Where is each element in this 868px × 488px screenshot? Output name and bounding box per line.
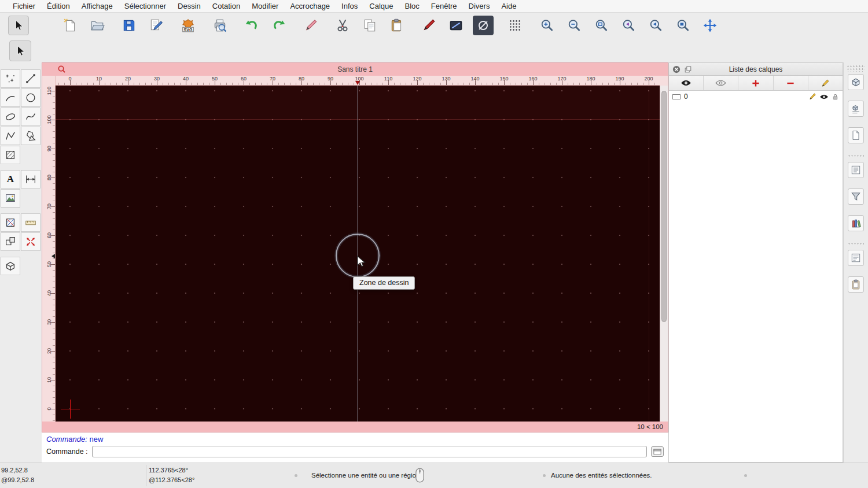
menu-item[interactable]: Édition <box>41 2 76 10</box>
scrollbar-thumb[interactable] <box>661 91 667 322</box>
zoom-redraw-button[interactable] <box>645 16 666 35</box>
menu-item[interactable]: Dessin <box>172 2 207 10</box>
dock-entity-filter-button[interactable] <box>848 188 864 205</box>
dimension-tool[interactable] <box>21 170 41 188</box>
menu-item[interactable]: Affichage <box>76 2 119 10</box>
menu-item[interactable]: Divers <box>463 2 496 10</box>
box-3d-tool[interactable] <box>1 257 20 275</box>
vertical-scrollbar[interactable] <box>660 86 668 422</box>
hatch-color-tool[interactable] <box>1 213 20 232</box>
layer-visibility-eye-icon[interactable] <box>819 94 829 100</box>
dock-command-line-button[interactable] <box>848 250 864 266</box>
menu-item[interactable]: Fichier <box>7 2 41 10</box>
zoom-out-button[interactable] <box>564 16 584 35</box>
points-tool[interactable] <box>1 69 20 88</box>
select-tool-button[interactable] <box>8 16 29 35</box>
menu-item[interactable]: Bloc <box>399 2 425 10</box>
ruler-label: 180 <box>576 76 605 82</box>
order-tool[interactable] <box>1 232 20 251</box>
menu-item[interactable]: Sélectionner <box>119 2 172 10</box>
arc-tool[interactable] <box>1 88 20 107</box>
remove-layer-button[interactable] <box>774 76 808 90</box>
image-tool[interactable] <box>1 189 20 208</box>
show-all-layers-button[interactable] <box>669 76 704 90</box>
hatch-tool[interactable] <box>1 146 20 164</box>
ruler-corner <box>660 76 668 86</box>
save-as-icon <box>149 18 164 33</box>
new-document-button[interactable] <box>60 16 80 35</box>
menu-item[interactable]: Modifier <box>246 2 284 10</box>
dock-page-button[interactable] <box>848 127 864 143</box>
print-preview-button[interactable] <box>209 16 230 35</box>
paste-button[interactable] <box>387 16 407 35</box>
layer-row[interactable]: 0 <box>669 91 843 102</box>
line-tool[interactable] <box>21 69 41 88</box>
text-tool[interactable]: A <box>1 170 20 188</box>
command-input[interactable] <box>92 446 647 457</box>
circle-tool[interactable] <box>21 88 41 107</box>
drawing-canvas[interactable]: Zone de dessin <box>56 86 660 422</box>
command-dock-button[interactable] <box>651 446 664 457</box>
edit-layer-button[interactable] <box>808 76 843 90</box>
palette-select-button[interactable] <box>9 40 31 61</box>
horizontal-ruler: 0102030405060708090100110120130140150160… <box>56 76 660 86</box>
svg-export-button[interactable]: SVG <box>178 16 198 35</box>
open-file-button[interactable] <box>87 16 108 35</box>
copy-button[interactable] <box>359 16 380 35</box>
ruler-tool[interactable] <box>21 213 41 232</box>
spline-tool[interactable] <box>21 108 41 126</box>
funnel-icon <box>850 191 862 202</box>
undo-button[interactable] <box>241 16 262 35</box>
grid-toggle-button[interactable] <box>505 16 525 35</box>
cut-button[interactable] <box>332 16 353 35</box>
menu-item[interactable]: Cotation <box>207 2 246 10</box>
dock-library-button[interactable] <box>848 74 864 90</box>
close-panel-button[interactable] <box>672 65 681 73</box>
dock-bookshelf-button[interactable] <box>848 215 864 231</box>
explode-tool[interactable] <box>21 232 41 251</box>
dock-handle[interactable] <box>847 65 865 72</box>
hide-all-layers-button[interactable] <box>704 76 738 90</box>
dock-block-list-button[interactable] <box>848 162 864 178</box>
menu-item[interactable]: Aide <box>495 2 522 10</box>
line-properties-icon <box>448 18 464 33</box>
ruler-label: 30 <box>42 316 56 329</box>
copy-icon <box>362 18 377 33</box>
polyline-icon <box>4 130 17 142</box>
menu-item[interactable]: Fenêtre <box>425 2 463 10</box>
zoom-window-button[interactable] <box>672 16 693 35</box>
add-layer-button[interactable] <box>738 76 773 90</box>
red-pen-icon <box>421 18 436 33</box>
zoom-auto-button[interactable] <box>591 16 612 35</box>
save-as-button[interactable] <box>146 16 167 35</box>
redo-button[interactable] <box>269 16 289 35</box>
zoom-previous-button[interactable] <box>618 16 639 35</box>
statusbar-dot <box>543 474 546 477</box>
polygon-tool[interactable] <box>21 127 41 145</box>
ellipse-tool[interactable] <box>1 108 20 126</box>
float-panel-button[interactable] <box>684 65 692 73</box>
window-titlebar[interactable]: Sans titre 1 <box>42 63 668 76</box>
dock-clipboard-button[interactable] <box>848 276 864 293</box>
layer-edit-pencil-icon[interactable] <box>808 93 816 101</box>
menu-item[interactable]: Infos <box>336 2 363 10</box>
selection-empty-button[interactable] <box>473 16 494 35</box>
delete-button[interactable] <box>300 16 321 35</box>
zoom-in-button[interactable] <box>536 16 557 35</box>
order-icon <box>4 235 17 248</box>
layer-lock-icon[interactable] <box>832 93 839 101</box>
dock-blocks-button[interactable] <box>848 101 864 117</box>
attributes-pen-button[interactable] <box>418 16 439 35</box>
polar-abs-value: 112.3765<28° <box>149 465 194 475</box>
menu-item[interactable]: Calque <box>363 2 399 10</box>
save-button[interactable] <box>119 16 139 35</box>
delete-pen-icon <box>303 18 318 33</box>
mouse-hint-icon <box>414 467 425 484</box>
ruler-label: 0 <box>56 76 84 82</box>
line-properties-button[interactable] <box>446 16 466 35</box>
menu-item[interactable]: Accrochage <box>284 2 336 10</box>
polyline-tool[interactable] <box>1 127 20 145</box>
pan-button[interactable] <box>700 16 720 35</box>
layer-swatch[interactable] <box>672 94 681 99</box>
svg-label: SVG <box>184 28 193 32</box>
